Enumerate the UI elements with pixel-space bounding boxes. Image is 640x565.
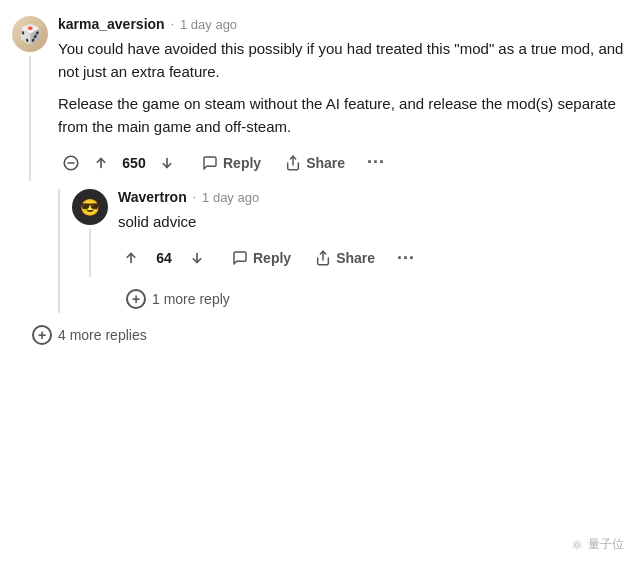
nested-reply-icon (232, 250, 248, 266)
thread-line (29, 56, 31, 181)
action-bar: 650 Reply Share ··· (58, 148, 628, 177)
comment-header: karma_aversion · 1 day ago (58, 16, 628, 32)
nested-avatar-icon: 😎 (80, 198, 100, 217)
one-more-reply-label: 1 more reply (152, 291, 230, 307)
share-icon (285, 155, 301, 171)
nested-vote-count: 64 (150, 250, 178, 266)
upvote-button[interactable] (88, 150, 114, 176)
nested-share-label: Share (336, 250, 375, 266)
circle-plus-icon-2: + (32, 325, 52, 345)
separator-dot: · (171, 17, 174, 31)
username: karma_aversion (58, 16, 165, 32)
four-more-replies-button[interactable]: + 4 more replies (24, 321, 155, 349)
downvote-button[interactable] (154, 150, 180, 176)
nested-comment: 😎 Wavertron · 1 day ago solid advice (72, 189, 628, 277)
nested-comment-body: solid advice (118, 211, 628, 234)
comment-thread: 🎲 karma_aversion · 1 day ago You could h… (0, 16, 640, 349)
comment-paragraph-2: Release the game on steam without the AI… (58, 93, 628, 138)
nested-downvote-icon (188, 249, 206, 267)
reply-button[interactable]: Reply (192, 150, 271, 176)
nested-share-button[interactable]: Share (305, 245, 385, 271)
timestamp: 1 day ago (180, 17, 237, 32)
nested-share-icon (315, 250, 331, 266)
one-more-reply-button[interactable]: + 1 more reply (118, 285, 238, 313)
comment-body: You could have avoided this possibly if … (58, 38, 628, 138)
share-button[interactable]: Share (275, 150, 355, 176)
nested-comment-content: Wavertron · 1 day ago solid advice 64 (118, 189, 628, 277)
nested-thread-line (89, 229, 91, 277)
nested-comment-text: solid advice (118, 211, 628, 234)
nested-comment-left: 😎 (72, 189, 108, 277)
upvote-icon (92, 154, 110, 172)
nested-separator-dot: · (193, 190, 196, 204)
nested-reply-button[interactable]: Reply (222, 245, 301, 271)
comment-left-col: 🎲 (12, 16, 48, 181)
four-more-replies-label: 4 more replies (58, 327, 147, 343)
nested-reply-label: Reply (253, 250, 291, 266)
nested-timestamp: 1 day ago (202, 190, 259, 205)
avatar-icon: 🎲 (19, 23, 41, 45)
watermark: ⚛ 量子位 (571, 536, 624, 553)
collapse-icon (62, 154, 80, 172)
reply-icon (202, 155, 218, 171)
nested-comment-header: Wavertron · 1 day ago (118, 189, 628, 205)
main-comment: 🎲 karma_aversion · 1 day ago You could h… (12, 16, 628, 181)
vote-count: 650 (120, 155, 148, 171)
nested-comment-section: 😎 Wavertron · 1 day ago solid advice (58, 189, 628, 313)
nested-downvote-button[interactable] (184, 245, 210, 271)
more-options-button[interactable]: ··· (359, 148, 393, 177)
avatar: 🎲 (12, 16, 48, 52)
reply-label: Reply (223, 155, 261, 171)
comment-paragraph-1: You could have avoided this possibly if … (58, 38, 628, 83)
comment-content: karma_aversion · 1 day ago You could hav… (58, 16, 628, 181)
nested-more-options-button[interactable]: ··· (389, 244, 423, 273)
circle-plus-icon: + (126, 289, 146, 309)
vote-section: 650 (88, 150, 180, 176)
nested-upvote-button[interactable] (118, 245, 144, 271)
nested-username: Wavertron (118, 189, 187, 205)
downvote-icon (158, 154, 176, 172)
nested-vote-section: 64 (118, 245, 210, 271)
nested-avatar: 😎 (72, 189, 108, 225)
watermark-text: 量子位 (588, 536, 624, 553)
nested-upvote-icon (122, 249, 140, 267)
watermark-icon: ⚛ (571, 537, 584, 553)
nested-action-bar: 64 Reply Share ··· (118, 244, 628, 273)
share-label: Share (306, 155, 345, 171)
collapse-button[interactable] (58, 150, 84, 176)
